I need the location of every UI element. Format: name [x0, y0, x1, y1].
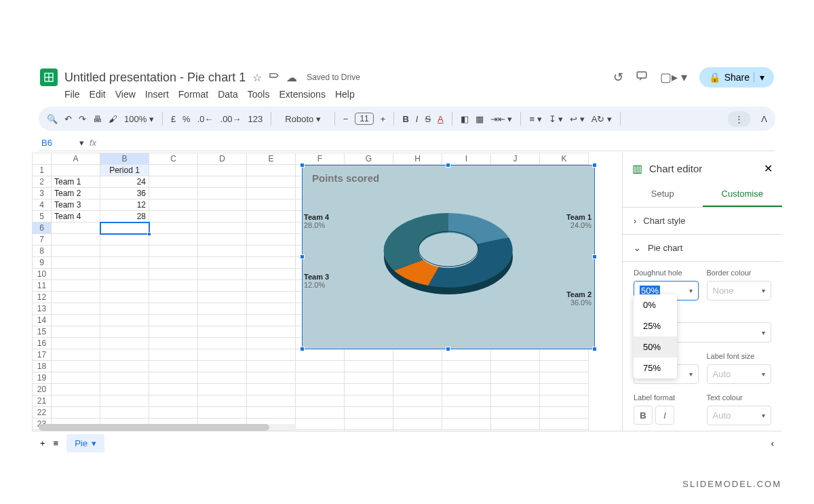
merge-icon[interactable]: ⇥⇤ ▾	[490, 114, 513, 124]
cell-C12[interactable]	[149, 292, 198, 303]
cell-C11[interactable]	[149, 280, 198, 292]
italic-format-button[interactable]: I	[655, 406, 674, 425]
cell-D18[interactable]	[198, 361, 247, 372]
cell-C6[interactable]	[149, 222, 198, 234]
document-title[interactable]: Untitled presentation - Pie chart 1	[64, 71, 246, 85]
col-header-G[interactable]: G	[345, 153, 393, 165]
resize-handle[interactable]	[592, 254, 597, 259]
cell-C10[interactable]	[149, 269, 198, 280]
cell-K18[interactable]	[540, 361, 589, 372]
cell-J23[interactable]	[491, 419, 540, 430]
cell-K24[interactable]	[540, 430, 589, 431]
row-header-17[interactable]: 17	[33, 349, 52, 361]
tab-customise[interactable]: Customise	[703, 182, 783, 207]
font-dropdown[interactable]: Roboto ▾	[279, 114, 326, 124]
row-header-6[interactable]: 6	[33, 222, 52, 234]
cell-E17[interactable]	[247, 349, 296, 361]
cell-I19[interactable]	[442, 372, 491, 384]
cell-E4[interactable]	[247, 199, 296, 211]
row-header-1[interactable]: 1	[33, 165, 52, 176]
cell-I22[interactable]	[442, 407, 491, 419]
cell-G17[interactable]	[345, 349, 393, 361]
col-header-D[interactable]: D	[198, 153, 247, 165]
menu-format[interactable]: Format	[178, 89, 208, 100]
cell-E14[interactable]	[247, 315, 296, 326]
cell-H18[interactable]	[393, 361, 442, 372]
cell-K22[interactable]	[540, 407, 589, 419]
collapse-toolbar-icon[interactable]: ᐱ	[761, 114, 767, 124]
cell-C20[interactable]	[149, 384, 198, 395]
bold-format-button[interactable]: B	[634, 406, 653, 425]
cell-F21[interactable]	[296, 395, 345, 407]
cell-J24[interactable]	[491, 430, 540, 431]
cell-E2[interactable]	[247, 176, 296, 188]
cell-C21[interactable]	[149, 395, 198, 407]
cell-C1[interactable]	[149, 165, 198, 176]
col-header-A[interactable]: A	[52, 153, 100, 165]
currency-button[interactable]: £	[171, 114, 176, 124]
menu-file[interactable]: File	[64, 89, 80, 100]
cell-I20[interactable]	[442, 384, 491, 395]
valign-icon[interactable]: ↧ ▾	[549, 114, 564, 124]
cell-F24[interactable]	[296, 430, 345, 431]
resize-handle[interactable]	[446, 163, 450, 168]
horizontal-scrollbar[interactable]	[39, 424, 296, 431]
cell-H21[interactable]	[393, 395, 442, 407]
cell-G22[interactable]	[345, 407, 393, 419]
cell-E10[interactable]	[247, 269, 296, 280]
row-header-9[interactable]: 9	[33, 257, 52, 269]
increase-decimal-button[interactable]: .00→	[220, 114, 241, 124]
cell-B4[interactable]: 12	[100, 199, 149, 211]
cell-C5[interactable]	[149, 211, 198, 222]
cell-H22[interactable]	[393, 407, 442, 419]
cell-D22[interactable]	[198, 407, 247, 419]
cell-C18[interactable]	[149, 361, 198, 372]
cell-I18[interactable]	[442, 361, 491, 372]
cell-A21[interactable]	[52, 395, 100, 407]
hole-option-0[interactable]: 0%	[634, 294, 677, 315]
row-header-19[interactable]: 19	[33, 372, 52, 384]
cell-B15[interactable]	[100, 326, 149, 338]
row-header-2[interactable]: 2	[33, 176, 52, 188]
cell-F22[interactable]	[296, 407, 345, 419]
cell-I24[interactable]	[442, 430, 491, 431]
row-header-15[interactable]: 15	[33, 326, 52, 338]
sheet-tab-caret-icon[interactable]: ▾	[92, 438, 96, 448]
text-colour-dropdown[interactable]: Auto ▾	[707, 406, 772, 425]
meet-icon[interactable]: ▢▸ ▾	[660, 70, 687, 85]
cell-D8[interactable]	[198, 246, 247, 257]
bold-button[interactable]: B	[402, 114, 408, 124]
name-box[interactable]: B6	[39, 138, 79, 148]
cell-H19[interactable]	[393, 372, 442, 384]
cell-E18[interactable]	[247, 361, 296, 372]
cell-D5[interactable]	[198, 211, 247, 222]
strike-button[interactable]: S	[425, 114, 431, 124]
cell-B21[interactable]	[100, 395, 149, 407]
cell-B2[interactable]: 24	[100, 176, 149, 188]
cell-B17[interactable]	[100, 349, 149, 361]
cell-B16[interactable]	[100, 338, 149, 349]
cell-B9[interactable]	[100, 257, 149, 269]
cloud-icon[interactable]: ☁	[286, 71, 297, 84]
cell-G24[interactable]	[345, 430, 393, 431]
cell-J18[interactable]	[491, 361, 540, 372]
cell-E15[interactable]	[247, 326, 296, 338]
cell-B12[interactable]	[100, 292, 149, 303]
cell-H24[interactable]	[393, 430, 442, 431]
resize-handle[interactable]	[592, 163, 597, 168]
cell-C2[interactable]	[149, 176, 198, 188]
grid-area[interactable]: ABCDEFGHIJK1Period 12Team 1243Team 2364T…	[32, 153, 622, 431]
cell-J21[interactable]	[491, 395, 540, 407]
search-menus-icon[interactable]: 🔍	[47, 114, 58, 124]
section-chart-style[interactable]: › Chart style	[623, 208, 782, 235]
menu-extensions[interactable]: Extensions	[279, 89, 325, 100]
all-sheets-icon[interactable]: ≡	[54, 438, 59, 448]
cell-C16[interactable]	[149, 338, 198, 349]
col-header-H[interactable]: H	[393, 153, 442, 165]
rotate-icon[interactable]: A↻ ▾	[592, 114, 612, 124]
cell-A10[interactable]	[52, 269, 100, 280]
menu-help[interactable]: Help	[335, 89, 355, 100]
cell-D10[interactable]	[198, 269, 247, 280]
cell-K17[interactable]	[540, 349, 589, 361]
halign-icon[interactable]: ≡ ▾	[529, 114, 541, 124]
